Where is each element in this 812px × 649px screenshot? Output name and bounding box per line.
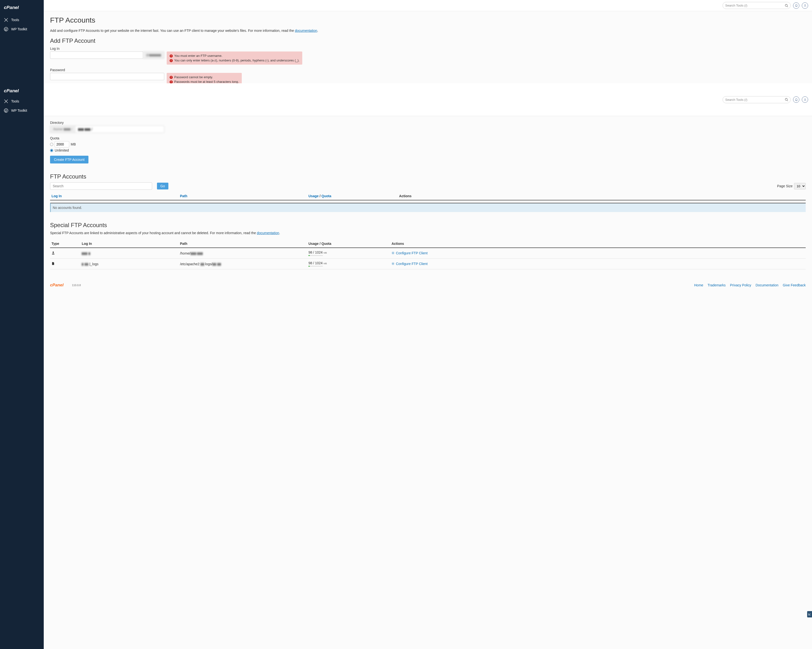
password-input[interactable] bbox=[50, 73, 164, 80]
cpanel-logo[interactable]: cPanel bbox=[0, 0, 44, 15]
directory-input[interactable] bbox=[75, 126, 164, 133]
svg-point-9 bbox=[393, 263, 394, 264]
stats-floater-button[interactable] bbox=[807, 611, 812, 617]
main-content: FTP Accounts Add and configure FTP Accou… bbox=[44, 0, 812, 649]
svg-line-5 bbox=[787, 6, 788, 7]
cpanel-footer-logo[interactable]: cPanel bbox=[50, 282, 71, 288]
footer: cPanel 110.0.8 Home Trademarks Privacy P… bbox=[44, 277, 812, 295]
accounts-table: Log In Path Usage / Quota Actions bbox=[50, 192, 806, 200]
error-icon: ! bbox=[169, 76, 173, 79]
svg-text:cPanel: cPanel bbox=[50, 282, 64, 287]
svg-line-16 bbox=[787, 100, 788, 101]
list-heading: FTP Accounts bbox=[50, 173, 806, 180]
gear-icon bbox=[391, 251, 395, 254]
notifications-button[interactable] bbox=[793, 2, 799, 9]
search-icon[interactable] bbox=[785, 98, 788, 101]
quota-limited-radio[interactable] bbox=[50, 143, 53, 146]
special-documentation-link[interactable]: documentation bbox=[257, 231, 279, 235]
directory-label: Directory bbox=[50, 121, 806, 125]
file-icon bbox=[52, 262, 55, 266]
svg-point-15 bbox=[785, 98, 788, 101]
svg-point-4 bbox=[785, 4, 788, 6]
error-icon: ! bbox=[169, 59, 173, 62]
svg-point-8 bbox=[393, 253, 394, 254]
page-title: FTP Accounts bbox=[50, 16, 806, 24]
bell-icon bbox=[795, 98, 798, 101]
quota-label: Quota bbox=[50, 136, 806, 140]
special-heading: Special FTP Accounts bbox=[50, 222, 806, 229]
topbar bbox=[44, 0, 812, 11]
sidebar-item-wptoolkit[interactable]: WP Toolkit bbox=[0, 106, 44, 115]
svg-point-7 bbox=[52, 251, 54, 253]
configure-ftp-link[interactable]: Configure FTP Client bbox=[391, 251, 427, 255]
footer-link-documentation[interactable]: Documentation bbox=[756, 283, 778, 287]
col-type: Type bbox=[50, 240, 80, 248]
sidebar-item-tools[interactable]: Tools bbox=[0, 97, 44, 106]
footer-link-trademarks[interactable]: Trademarks bbox=[708, 283, 725, 287]
svg-point-6 bbox=[804, 5, 806, 5]
user-menu-button[interactable] bbox=[802, 2, 808, 9]
version-text: 110.0.8 bbox=[72, 284, 81, 286]
wordpress-icon bbox=[4, 27, 8, 31]
svg-text:cPanel: cPanel bbox=[4, 88, 19, 93]
accounts-search-input[interactable] bbox=[50, 183, 152, 190]
table-row: ▮▮▮ ▮ /home/▮▮▮ ▮▮▮ 98 / 1024 MB Configu… bbox=[50, 248, 806, 259]
svg-text:cPanel: cPanel bbox=[4, 5, 19, 10]
special-table: Type Log In Path Usage / Quota Actions ▮… bbox=[50, 240, 806, 270]
password-label: Password bbox=[50, 68, 806, 72]
login-input[interactable] bbox=[50, 52, 143, 59]
special-intro: Special FTP Accounts are linked to admin… bbox=[50, 231, 806, 235]
cpanel-logo[interactable]: cPanel bbox=[0, 85, 44, 97]
add-heading: Add FTP Account bbox=[50, 37, 806, 44]
col-quota[interactable]: Quota bbox=[321, 194, 331, 198]
chart-icon bbox=[808, 613, 811, 616]
quota-unit: MB bbox=[71, 142, 76, 146]
tools-icon bbox=[4, 18, 8, 22]
search-go-button[interactable]: Go bbox=[157, 183, 168, 189]
configure-ftp-link[interactable]: Configure FTP Client bbox=[391, 262, 427, 266]
footer-link-feedback[interactable]: Give Feedback bbox=[783, 283, 806, 287]
notifications-button[interactable] bbox=[793, 96, 799, 103]
user-icon bbox=[52, 251, 55, 255]
login-errors: !You must enter an FTP username. !You ca… bbox=[167, 52, 302, 65]
col-login[interactable]: Log In bbox=[50, 192, 179, 200]
user-icon bbox=[803, 98, 807, 101]
quota-value-input[interactable] bbox=[55, 141, 69, 148]
user-icon bbox=[803, 4, 807, 7]
user-menu-button[interactable] bbox=[802, 96, 808, 103]
login-label: Log In bbox=[50, 47, 806, 50]
col-actions: Actions bbox=[390, 240, 806, 248]
footer-link-home[interactable]: Home bbox=[694, 283, 703, 287]
overlay-duplicate-header: cPanel Tools WP Toolkit bbox=[0, 83, 812, 116]
sidebar-item-label: Tools bbox=[11, 18, 19, 22]
empty-message: No accounts found. bbox=[50, 203, 806, 212]
bell-icon bbox=[795, 4, 798, 7]
search-input[interactable] bbox=[723, 96, 791, 103]
col-login: Log In bbox=[80, 240, 179, 248]
create-ftp-button[interactable]: Create FTP Account bbox=[50, 156, 89, 163]
svg-point-17 bbox=[804, 99, 806, 100]
footer-link-privacy[interactable]: Privacy Policy bbox=[730, 283, 751, 287]
login-domain-suffix: @▮▮▮▮▮▮▮ bbox=[143, 52, 164, 59]
page-intro: Add and configure FTP Accounts to get yo… bbox=[50, 29, 806, 32]
sidebar-item-wptoolkit[interactable]: WP Toolkit bbox=[0, 24, 44, 34]
sidebar-item-label: WP Toolkit bbox=[11, 27, 27, 31]
search-input[interactable] bbox=[723, 2, 791, 9]
documentation-link[interactable]: documentation bbox=[295, 29, 317, 32]
gear-icon bbox=[391, 262, 395, 265]
quota-unlimited-radio[interactable] bbox=[50, 149, 53, 152]
sidebar-item-tools[interactable]: Tools bbox=[0, 15, 44, 24]
directory-prefix: /home/ ▮▮▮▮ / bbox=[50, 126, 75, 133]
page-size-label: Page Size bbox=[777, 184, 792, 188]
wordpress-icon bbox=[4, 108, 8, 113]
search-icon[interactable] bbox=[785, 4, 788, 7]
error-icon: ! bbox=[169, 55, 173, 58]
quota-unlimited-label: Unlimited bbox=[55, 148, 69, 152]
col-path[interactable]: Path bbox=[179, 192, 307, 200]
col-usage: Usage / Quota bbox=[307, 240, 390, 248]
table-row: ▮ ▮▮ |_logs /etc/apache2 ▮▮ logs/▮▮ ▮▮ 9… bbox=[50, 259, 806, 270]
page-size-select[interactable]: 10 bbox=[794, 183, 806, 189]
tools-icon bbox=[4, 99, 8, 104]
col-usage[interactable]: Usage bbox=[308, 194, 319, 198]
col-actions: Actions bbox=[398, 192, 806, 200]
